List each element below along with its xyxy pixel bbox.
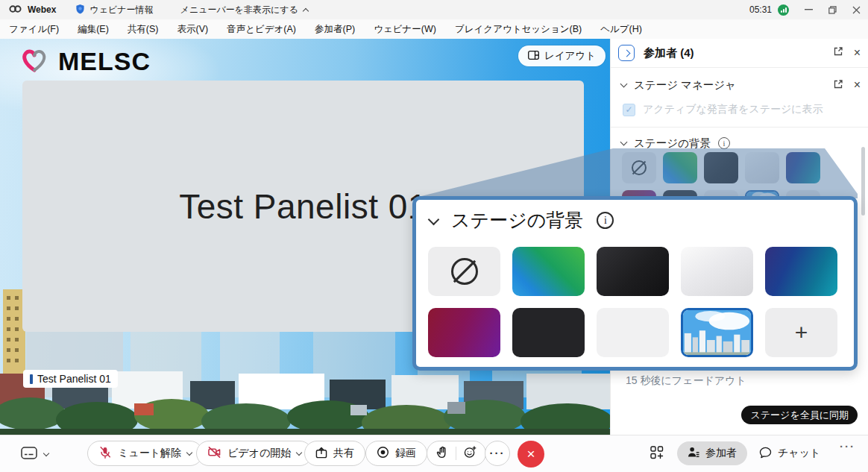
brand-text: MELSC <box>58 47 151 76</box>
panelist-content-title: Test Panelist 01 <box>179 186 427 227</box>
swatch-no-background[interactable] <box>428 247 500 296</box>
panel-scrollbar[interactable] <box>861 147 865 215</box>
chevron-up-icon <box>303 7 309 13</box>
swatch-green-blue-gradient[interactable] <box>663 152 697 183</box>
close-window-button[interactable] <box>844 0 868 19</box>
unmute-label: ミュート解除 <box>118 447 181 460</box>
participants-toolbar-button[interactable]: 参加者 <box>677 441 747 465</box>
control-toolbar: ミュート解除 ビデオの開始 共有 録画 <box>0 435 868 472</box>
swatch-no-background[interactable] <box>622 152 656 183</box>
close-panel-icon[interactable]: × <box>854 46 861 60</box>
plus-icon: + <box>795 321 808 344</box>
restore-button[interactable] <box>820 0 844 19</box>
close-icon: × <box>526 446 535 462</box>
camera-off-icon <box>207 446 221 461</box>
app-name: Webex <box>28 4 56 15</box>
menubar: ファイル(F)編集(E)共有(S)表示(V)音声とビデオ(A)参加者(P)ウェビ… <box>0 19 868 39</box>
more-options-button[interactable]: ··· <box>485 441 510 466</box>
swatch-dark-wave[interactable] <box>704 152 738 183</box>
swatch-green-blue-gradient[interactable] <box>512 247 585 296</box>
session-time: 05:31 <box>749 4 772 15</box>
record-button[interactable]: 録画 <box>365 441 427 466</box>
menu-item[interactable]: ヘルプ(H) <box>600 23 642 36</box>
audio-indicator-bar <box>30 374 33 384</box>
chevron-down-icon[interactable] <box>428 213 440 225</box>
menu-item[interactable]: ブレイクアウトセッション(B) <box>455 23 582 36</box>
captions-button[interactable] <box>21 447 48 462</box>
swatch-add-custom-background[interactable]: + <box>765 308 837 357</box>
swatch-navy-teal-gradient[interactable] <box>765 247 837 296</box>
info-icon[interactable]: i <box>718 137 730 149</box>
chevron-down-icon[interactable] <box>620 139 628 146</box>
hide-menubar-label: メニューバーを非表示にする <box>180 4 298 16</box>
swatch-navy-teal-gradient[interactable] <box>786 152 820 183</box>
captions-icon <box>21 447 37 462</box>
hide-menubar-button[interactable]: メニューバーを非表示にする <box>180 4 308 16</box>
no-background-icon <box>632 160 647 175</box>
layout-button[interactable]: レイアウト <box>518 45 606 66</box>
fade-note: 15 秒後にフェードアウト <box>626 374 746 388</box>
start-video-button[interactable]: ビデオの開始 <box>196 441 312 466</box>
swatch-silver-wave[interactable] <box>745 152 779 183</box>
panelist-name-label: Test Panelist 01 <box>37 373 111 385</box>
stage-background-section: ステージの背景 i <box>621 134 861 152</box>
layout-grid-icon <box>528 51 539 62</box>
menu-item[interactable]: ファイル(F) <box>9 23 59 36</box>
menu-item[interactable]: 共有(S) <box>128 23 159 36</box>
raise-hand-icon <box>436 446 448 461</box>
heart-logo-icon <box>18 45 52 78</box>
participants-icon <box>688 447 699 460</box>
webex-window: Webex ウェビナー情報 メニューバーを非表示にする 05:31 <box>0 0 868 472</box>
stage-manager-section: ステージ マネージャ × <box>621 76 861 94</box>
unmute-button[interactable]: ミュート解除 <box>87 441 203 466</box>
mic-muted-icon <box>98 446 112 462</box>
stage-background-header: ステージの背景 <box>634 136 711 151</box>
webex-logo-icon <box>9 4 22 16</box>
swatch-dark-wave[interactable] <box>597 247 669 296</box>
popout-stage-manager-icon[interactable] <box>833 79 843 92</box>
divider <box>456 447 456 460</box>
connection-quality-icon[interactable] <box>778 4 789 16</box>
webinar-info-button[interactable]: ウェビナー情報 <box>75 4 153 16</box>
menu-item[interactable]: ウェビナー(W) <box>374 23 436 36</box>
apps-button[interactable] <box>650 446 664 463</box>
webinar-info-label: ウェビナー情報 <box>89 4 153 16</box>
popout-panel-icon[interactable] <box>833 46 843 60</box>
menu-item[interactable]: 音声とビデオ(A) <box>227 23 296 36</box>
stage-manager-header: ステージ マネージャ <box>634 78 736 92</box>
share-label: 共有 <box>333 447 354 460</box>
swatch-crimson-purple-gradient[interactable] <box>428 308 500 357</box>
minimize-button[interactable] <box>796 0 820 19</box>
swatch-light-gray-solid[interactable] <box>597 308 669 357</box>
chevron-down-icon[interactable] <box>620 81 628 88</box>
swatch-city-skyline-photo[interactable] <box>681 308 753 357</box>
swatch-charcoal-solid[interactable] <box>512 308 585 357</box>
record-label: 録画 <box>395 447 416 460</box>
leave-meeting-button[interactable]: × <box>518 441 544 468</box>
active-speaker-label: アクティブな発言者をステージに表示 <box>643 103 823 116</box>
brand-logo: MELSC <box>18 45 151 78</box>
info-icon[interactable]: i <box>597 212 614 229</box>
chat-button-label: チャット <box>778 447 820 460</box>
share-button[interactable]: 共有 <box>304 441 365 466</box>
menu-item[interactable]: 参加者(P) <box>315 23 355 36</box>
menu-item[interactable]: 表示(V) <box>177 23 208 36</box>
reactions-button[interactable] <box>427 441 486 466</box>
popup-swatch-grid: + <box>428 247 842 357</box>
start-video-label: ビデオの開始 <box>227 447 291 460</box>
chat-bubble-icon <box>759 447 772 461</box>
active-speaker-checkbox[interactable]: ✓ <box>623 104 635 116</box>
shield-icon <box>75 4 85 16</box>
swatch-silver-wave[interactable] <box>681 247 753 296</box>
stage-background-zoom-popup: ステージの背景 i + <box>412 196 858 371</box>
chat-toolbar-button[interactable]: チャット <box>752 441 828 465</box>
participants-header: 参加者 (4) <box>644 46 694 60</box>
popup-title: ステージの背景 <box>451 208 583 233</box>
collapse-panel-button[interactable] <box>618 45 635 61</box>
chevron-down-icon <box>43 450 49 456</box>
chevron-down-icon <box>186 449 192 455</box>
panelist-name-badge: Test Panelist 01 <box>23 370 118 388</box>
close-stage-manager-icon[interactable]: × <box>854 78 861 92</box>
menu-item[interactable]: 編集(E) <box>78 23 109 36</box>
sync-stage-button[interactable]: ステージを全員に同期 <box>741 406 858 424</box>
